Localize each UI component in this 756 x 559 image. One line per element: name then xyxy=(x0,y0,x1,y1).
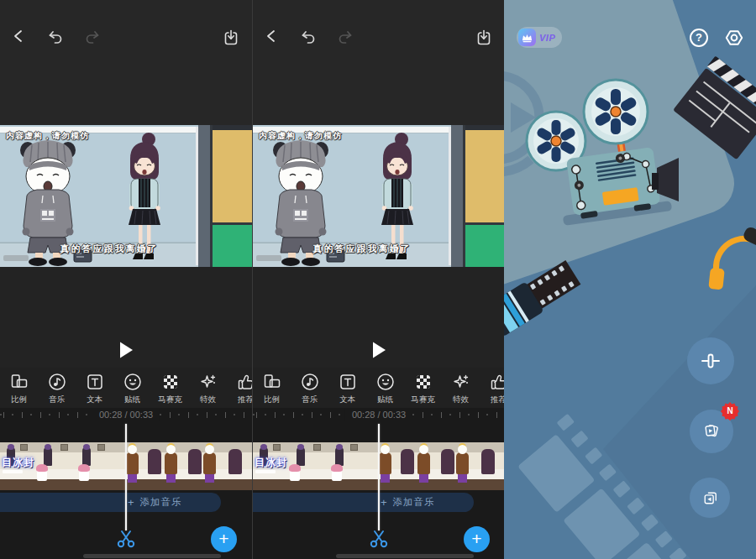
toolbar-label: 音乐 xyxy=(49,394,65,405)
edit-toolbar: 比例 音乐 文本 xyxy=(253,368,504,408)
clip-overlay-text: 目冰封 xyxy=(255,456,287,470)
settings-gear-button[interactable] xyxy=(724,28,744,48)
filmstrip-figure xyxy=(203,452,216,474)
toolbar-item-mosaic[interactable]: 马赛克 xyxy=(151,368,189,408)
creator-watermark xyxy=(3,255,29,261)
split-scissors-button[interactable] xyxy=(115,527,137,549)
toolbar-label: 推荐 xyxy=(238,394,252,405)
toolbar-label: 比例 xyxy=(11,394,27,405)
redo-icon[interactable] xyxy=(83,29,102,45)
toolbar-label: 特效 xyxy=(200,394,216,405)
redo-icon[interactable] xyxy=(336,29,354,45)
headphone-illustration xyxy=(697,222,756,293)
effects-icon xyxy=(451,372,471,392)
home-indicator xyxy=(336,554,474,558)
crown-icon xyxy=(518,29,536,46)
text-icon xyxy=(85,372,105,392)
text-icon xyxy=(338,372,358,392)
frame-decor xyxy=(350,444,358,451)
video-preview[interactable]: 内容虚构，请勿模仿 真的答应跟我离婚了 xyxy=(253,125,504,267)
playhead-indicator xyxy=(378,424,380,530)
filmstrip-figure xyxy=(297,447,305,466)
aspect-ratio-icon xyxy=(262,372,282,392)
toolbar-label: 文本 xyxy=(87,394,102,405)
filmstrip-figure xyxy=(165,452,177,474)
one-click-edit-button[interactable] xyxy=(687,337,734,384)
undo-icon[interactable] xyxy=(46,29,65,45)
video-subtitle-text: 真的答应跟我离婚了 xyxy=(0,243,218,255)
play-button[interactable] xyxy=(370,341,387,359)
current-time: 00:28 xyxy=(352,410,375,420)
toolbar-label: 比例 xyxy=(264,394,280,405)
content-disclaimer-text: 内容虚构，请勿模仿 xyxy=(259,130,342,142)
add-clip-button[interactable]: + xyxy=(211,526,237,552)
total-time: 00:33 xyxy=(383,410,407,420)
clip-overlay-subtext xyxy=(255,470,276,473)
add-music-bar[interactable]: + 添加音乐 xyxy=(253,493,474,512)
sticker-icon xyxy=(123,372,143,392)
gallery-button[interactable] xyxy=(690,478,730,518)
toolbar-item-sticker[interactable]: 贴纸 xyxy=(366,368,404,408)
toolbar-item-mosaic[interactable]: 马赛克 xyxy=(404,368,442,408)
video-cards-icon xyxy=(700,420,723,443)
timecode-display: 00:28 / 00:33 xyxy=(345,409,412,421)
timecode-display: 00:28 / 00:33 xyxy=(92,409,160,421)
add-music-label: 添加音乐 xyxy=(393,496,435,509)
template-cut-icon xyxy=(698,348,723,374)
split-scissors-button[interactable] xyxy=(368,527,390,549)
filmstrip-figure xyxy=(188,449,202,474)
frame-decor xyxy=(20,444,28,451)
vip-badge[interactable]: VIP xyxy=(517,27,562,48)
toolbar-label: 音乐 xyxy=(302,394,318,405)
timeline-ruler[interactable]: 00:28 / 00:33 xyxy=(253,409,504,421)
video-preview[interactable]: 内容虚构，请勿模仿 真的答应跟我离婚了 xyxy=(0,125,252,267)
toolbar-item-text[interactable]: 文本 xyxy=(328,368,366,408)
app-screen: 内容虚构，请勿模仿 真的答应跟我离婚了 比例 xyxy=(0,0,756,559)
toolbar-item-text[interactable]: 文本 xyxy=(76,368,113,408)
toolbar-label: 马赛克 xyxy=(158,394,182,405)
toolbar-label: 推荐 xyxy=(491,394,504,405)
toolbar-item-recommend[interactable]: 推荐 xyxy=(480,368,504,408)
filmstrip-figure xyxy=(228,449,242,474)
templates-button[interactable] xyxy=(690,410,733,453)
editor-panel-1: 内容虚构，请勿模仿 真的答应跟我离婚了 比例 xyxy=(0,0,252,559)
toolbar-item-music[interactable]: 音乐 xyxy=(38,368,76,408)
toolbar-item-sticker[interactable]: 贴纸 xyxy=(113,368,151,408)
home-indicator xyxy=(83,554,221,558)
help-button[interactable]: ? xyxy=(690,29,708,47)
frame-decor xyxy=(97,444,105,451)
toolbar-item-ratio[interactable]: 比例 xyxy=(253,368,291,408)
content-disclaimer-text: 内容虚构，请勿模仿 xyxy=(6,130,89,142)
toolbar-item-music[interactable]: 音乐 xyxy=(291,368,328,408)
cake-decor xyxy=(290,469,300,481)
picture-in-picture-icon xyxy=(700,488,721,509)
toolbar-label: 特效 xyxy=(453,394,469,405)
toolbar-item-recommend[interactable]: 推荐 xyxy=(227,368,252,408)
toolbar-item-ratio[interactable]: 比例 xyxy=(0,368,38,408)
export-icon[interactable] xyxy=(475,29,492,46)
toolbar-item-effects[interactable]: 特效 xyxy=(442,368,480,408)
sticker-icon xyxy=(375,372,396,392)
frame-decor xyxy=(273,444,281,451)
filmstrip-figure xyxy=(44,447,52,466)
editor-top-section xyxy=(253,0,504,125)
clip-overlay-text: 目冰封 xyxy=(2,456,34,470)
back-icon[interactable] xyxy=(264,29,279,44)
editor-top-section xyxy=(0,0,252,125)
back-icon[interactable] xyxy=(11,29,26,44)
add-clip-button[interactable]: + xyxy=(464,526,490,552)
timeline-ruler[interactable]: 00:28 / 00:33 xyxy=(0,409,252,421)
effects-icon xyxy=(198,372,218,392)
play-button[interactable] xyxy=(118,341,134,359)
edit-toolbar: 比例 音乐 文本 xyxy=(0,368,252,408)
editor-panel-2: 内容虚构，请勿模仿 真的答应跟我离婚了 比例 xyxy=(252,0,504,559)
plus-icon: + xyxy=(381,496,387,509)
export-icon[interactable] xyxy=(223,29,239,46)
toolbar-item-effects[interactable]: 特效 xyxy=(189,368,227,408)
undo-icon[interactable] xyxy=(299,29,318,45)
filmstrip-figure xyxy=(401,449,414,474)
add-music-bar[interactable]: + 添加音乐 xyxy=(0,493,221,512)
creator-watermark xyxy=(256,255,281,261)
total-time: 00:33 xyxy=(130,410,154,420)
filmstrip-figure xyxy=(379,452,391,474)
